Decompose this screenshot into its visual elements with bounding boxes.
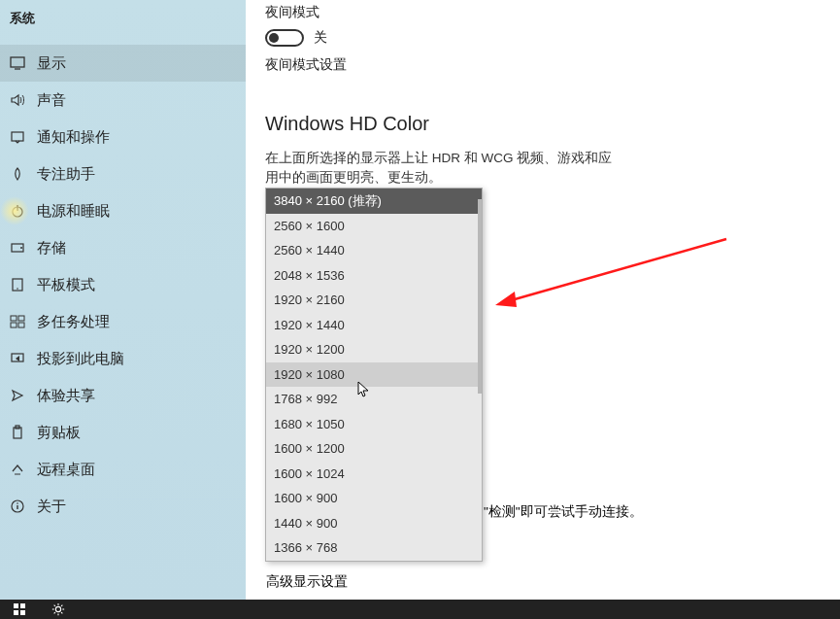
resolution-option[interactable]: 2560 × 1440	[266, 238, 482, 263]
sidebar-title: 系统	[0, 6, 246, 45]
about-icon	[10, 499, 25, 514]
sidebar-item-label: 专注助手	[37, 165, 95, 184]
resolution-option[interactable]: 1366 × 768	[266, 535, 482, 561]
svg-rect-14	[14, 428, 21, 438]
resolution-option[interactable]: 2048 × 1536	[266, 263, 482, 289]
gear-icon	[51, 602, 65, 616]
clipboard-icon	[10, 425, 25, 440]
svg-rect-21	[14, 603, 18, 608]
svg-rect-22	[20, 603, 25, 608]
svg-point-8	[17, 288, 18, 290]
multitask-icon	[10, 314, 25, 329]
svg-rect-24	[20, 610, 25, 615]
sidebar-item-multitask[interactable]: 多任务处理	[0, 303, 246, 340]
project-icon	[10, 351, 25, 366]
hd-color-title: Windows HD Color	[265, 113, 821, 135]
svg-rect-2	[12, 132, 23, 141]
svg-line-33	[61, 605, 62, 606]
sidebar: 系统 显示 声音 通知和操作 专注助手	[0, 0, 246, 600]
svg-rect-9	[11, 316, 17, 321]
sidebar-item-about[interactable]: 关于	[0, 488, 246, 525]
svg-point-25	[55, 606, 60, 611]
resolution-option[interactable]: 1600 × 1200	[266, 436, 482, 462]
sidebar-item-share[interactable]: 体验共享	[0, 377, 246, 414]
taskbar	[0, 600, 840, 619]
resolution-option[interactable]: 1920 × 1200	[266, 337, 482, 362]
tablet-icon	[10, 277, 25, 292]
resolution-option[interactable]: 1600 × 900	[266, 486, 482, 511]
sidebar-item-label: 存储	[37, 239, 66, 258]
sidebar-item-label: 关于	[37, 498, 66, 516]
sidebar-item-label: 电源和睡眠	[37, 202, 110, 221]
resolution-option[interactable]: 1920 × 1080	[266, 362, 482, 388]
windows-icon	[14, 603, 25, 615]
sidebar-item-label: 体验共享	[37, 387, 95, 405]
svg-rect-23	[14, 610, 18, 615]
resolution-dropdown[interactable]: 3840 × 2160 (推荐)2560 × 16002560 × 144020…	[265, 188, 483, 562]
sidebar-item-storage[interactable]: 存储	[0, 229, 246, 266]
resolution-option[interactable]: 1680 × 1050	[266, 412, 482, 437]
sidebar-item-project[interactable]: 投影到此电脑	[0, 340, 246, 377]
sidebar-item-display[interactable]: 显示	[0, 45, 246, 82]
svg-rect-11	[11, 323, 17, 327]
svg-line-30	[54, 605, 55, 606]
sidebar-item-focus[interactable]: 专注助手	[0, 155, 246, 192]
night-mode-label: 夜间模式	[265, 4, 821, 21]
notification-icon	[10, 129, 25, 145]
sidebar-item-label: 平板模式	[37, 276, 95, 294]
resolution-option[interactable]: 1600 × 1024	[266, 462, 482, 487]
night-mode-toggle[interactable]	[265, 29, 304, 47]
sidebar-item-remote[interactable]: 远程桌面	[0, 451, 246, 488]
svg-line-31	[61, 612, 62, 613]
toggle-state-text: 关	[314, 29, 327, 47]
resolution-option[interactable]: 1920 × 2160	[266, 288, 482, 313]
advanced-display-link[interactable]: 高级显示设置	[266, 573, 348, 591]
resolution-option[interactable]: 1768 × 992	[266, 387, 482, 412]
share-icon	[10, 388, 25, 403]
sidebar-item-label: 显示	[37, 54, 66, 73]
night-mode-settings-link[interactable]: 夜间模式设置	[265, 56, 821, 74]
power-icon	[10, 203, 25, 219]
svg-rect-12	[18, 323, 24, 327]
sidebar-item-label: 通知和操作	[37, 128, 110, 147]
hd-color-description: 在上面所选择的显示器上让 HDR 和 WCG 视频、游戏和应用中的画面更明亮、更…	[265, 149, 615, 189]
sidebar-item-label: 远程桌面	[37, 461, 95, 479]
svg-point-18	[17, 502, 18, 504]
resolution-option[interactable]: 1920 × 1440	[266, 313, 482, 338]
sidebar-item-label: 声音	[37, 91, 66, 110]
focus-icon	[10, 166, 25, 182]
detect-hint-text: "检测"即可尝试手动连接。	[484, 503, 643, 521]
svg-point-6	[20, 247, 22, 249]
sidebar-item-label: 剪贴板	[37, 424, 81, 442]
remote-icon	[10, 462, 25, 477]
svg-line-32	[54, 612, 55, 613]
resolution-option[interactable]: 3840 × 2160 (推荐)	[266, 189, 482, 214]
storage-icon	[10, 240, 25, 256]
monitor-icon	[10, 55, 25, 71]
sidebar-item-label: 多任务处理	[37, 313, 110, 331]
svg-rect-0	[11, 57, 24, 67]
start-button[interactable]	[0, 600, 39, 619]
sidebar-item-clipboard[interactable]: 剪贴板	[0, 414, 246, 451]
taskbar-settings-button[interactable]	[39, 600, 78, 619]
sidebar-item-label: 投影到此电脑	[37, 350, 124, 368]
sidebar-item-sound[interactable]: 声音	[0, 82, 246, 119]
sidebar-item-notifications[interactable]: 通知和操作	[0, 119, 246, 155]
sidebar-item-power[interactable]: 电源和睡眠	[0, 192, 246, 229]
resolution-option[interactable]: 2560 × 1600	[266, 214, 482, 239]
sound-icon	[10, 92, 25, 108]
resolution-option[interactable]: 1440 × 900	[266, 511, 482, 536]
svg-rect-10	[18, 316, 24, 321]
dropdown-scrollbar[interactable]	[478, 199, 482, 394]
sidebar-item-tablet[interactable]: 平板模式	[0, 266, 246, 303]
